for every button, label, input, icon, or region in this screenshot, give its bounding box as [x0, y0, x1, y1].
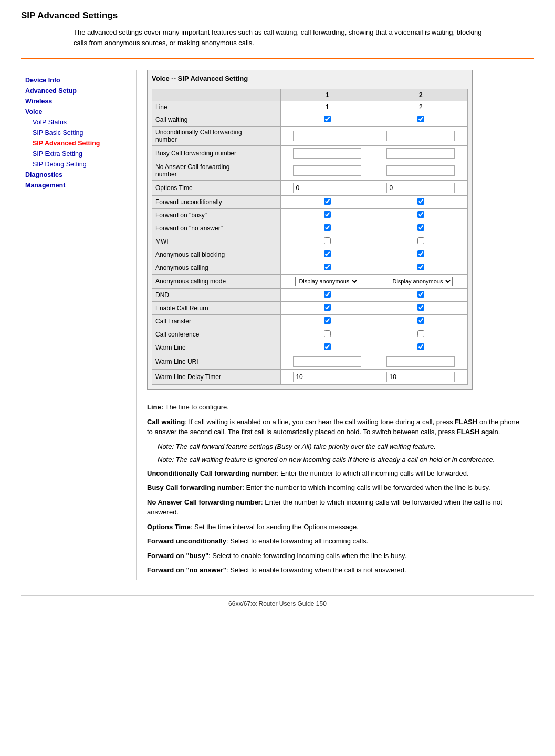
sidebar-item-device-info[interactable]: Device Info	[21, 75, 136, 86]
text-input2-warm-line-delay[interactable]	[386, 372, 455, 382]
select-cell1-anon-calling-mode[interactable]: Display anonymous	[280, 275, 374, 289]
text-input2-busy-forward[interactable]	[386, 148, 455, 159]
row-val1-line: 1	[280, 101, 374, 113]
checkbox-line2-warm-line[interactable]	[417, 343, 424, 350]
checkbox-line1-forward-busy[interactable]	[324, 211, 331, 218]
row-label-anon-calling-mode: Anonymous calling mode	[152, 275, 281, 289]
text-input2-warm-line-uri[interactable]	[386, 356, 455, 367]
checkbox-line1-call-waiting[interactable]	[324, 116, 331, 122]
checkbox-line2-dnd[interactable]	[417, 291, 424, 298]
text-input2-no-answer-forward[interactable]	[386, 165, 455, 176]
select-line2-anon-calling-mode[interactable]: Display anonymous	[389, 277, 453, 286]
checkbox-line2-anon-call-blocking[interactable]	[417, 250, 424, 257]
text-input1-warm-line-delay[interactable]	[293, 372, 361, 382]
checkbox2-call-waiting[interactable]	[374, 113, 467, 127]
text-input1-options-time[interactable]	[293, 183, 361, 193]
text-cell1-warm-line-delay[interactable]	[280, 370, 374, 385]
table-row-call-waiting: Call waiting	[152, 113, 468, 127]
text-cell2-warm-line-delay[interactable]	[374, 370, 467, 385]
text-cell1-options-time[interactable]	[280, 181, 374, 196]
select-line1-anon-calling-mode[interactable]: Display anonymous	[295, 277, 359, 286]
checkbox-line1-anon-calling[interactable]	[324, 264, 331, 270]
settings-panel: Voice -- SIP Advanced Setting 1 2 Line12…	[147, 70, 473, 390]
checkbox2-mwi[interactable]	[374, 235, 467, 248]
checkbox-line2-call-waiting[interactable]	[417, 116, 424, 122]
text-cell2-unconditional-forward[interactable]	[374, 127, 467, 146]
sidebar-item-voip-status[interactable]: VoIP Status	[21, 117, 136, 128]
checkbox-line1-warm-line[interactable]	[324, 343, 331, 350]
checkbox2-enable-call-return[interactable]	[374, 302, 467, 315]
text-cell1-no-answer-forward[interactable]	[280, 161, 374, 181]
checkbox2-dnd[interactable]	[374, 289, 467, 302]
checkbox1-dnd[interactable]	[280, 289, 374, 302]
desc-desc-uncond-forward: Unconditionally Call forwarding number: …	[147, 468, 523, 479]
text-cell2-warm-line-uri[interactable]	[374, 354, 467, 370]
select-cell2-anon-calling-mode[interactable]: Display anonymous	[374, 275, 467, 289]
text-input1-busy-forward[interactable]	[293, 148, 361, 159]
checkbox1-warm-line[interactable]	[280, 341, 374, 354]
checkbox-line2-enable-call-return[interactable]	[417, 304, 424, 311]
text-cell1-busy-forward[interactable]	[280, 146, 374, 161]
checkbox-line1-forward-unconditionally[interactable]	[324, 198, 331, 205]
checkbox1-anon-call-blocking[interactable]	[280, 248, 374, 261]
sidebar-item-advanced-setup[interactable]: Advanced Setup	[21, 86, 136, 96]
sidebar-item-wireless[interactable]: Wireless	[21, 96, 136, 107]
checkbox-line1-dnd[interactable]	[324, 291, 331, 298]
checkbox1-mwi[interactable]	[280, 235, 374, 248]
checkbox1-forward-unconditionally[interactable]	[280, 196, 374, 209]
checkbox2-forward-unconditionally[interactable]	[374, 196, 467, 209]
checkbox-line1-mwi[interactable]	[324, 237, 331, 244]
checkbox2-warm-line[interactable]	[374, 341, 467, 354]
checkbox2-forward-no-answer[interactable]	[374, 222, 467, 235]
checkbox-line1-enable-call-return[interactable]	[324, 304, 331, 311]
checkbox1-call-transfer[interactable]	[280, 315, 374, 328]
checkbox1-forward-no-answer[interactable]	[280, 222, 374, 235]
checkbox2-anon-calling[interactable]	[374, 261, 467, 275]
checkbox-line2-call-transfer[interactable]	[417, 317, 424, 324]
checkbox-line2-mwi[interactable]	[417, 237, 424, 244]
checkbox1-forward-busy[interactable]	[280, 209, 374, 222]
desc-desc-noanswer-forward: No Answer Call forwarding number: Enter …	[147, 497, 523, 518]
checkbox2-forward-busy[interactable]	[374, 209, 467, 222]
checkbox-line1-call-conference[interactable]	[324, 330, 331, 337]
text-cell1-warm-line-uri[interactable]	[280, 354, 374, 370]
sidebar-item-sip-debug-setting[interactable]: SIP Debug Setting	[21, 159, 136, 170]
checkbox2-anon-call-blocking[interactable]	[374, 248, 467, 261]
checkbox1-call-conference[interactable]	[280, 328, 374, 341]
text-input2-options-time[interactable]	[386, 183, 455, 193]
sidebar-item-sip-advanced-setting[interactable]: SIP Advanced Setting	[21, 138, 136, 149]
checkbox-line2-forward-busy[interactable]	[417, 211, 424, 218]
checkbox2-call-conference[interactable]	[374, 328, 467, 341]
sidebar-item-management[interactable]: Management	[21, 180, 136, 191]
text-cell2-no-answer-forward[interactable]	[374, 161, 467, 181]
checkbox-line2-forward-no-answer[interactable]	[417, 224, 424, 231]
checkbox-line2-forward-unconditionally[interactable]	[417, 198, 424, 205]
text-cell2-busy-forward[interactable]	[374, 146, 467, 161]
table-row-unconditional-forward: Unconditionally Call forwarding number	[152, 127, 468, 146]
sidebar-item-sip-basic-setting[interactable]: SIP Basic Setting	[21, 128, 136, 138]
checkbox-line2-call-conference[interactable]	[417, 330, 424, 337]
text-cell2-options-time[interactable]	[374, 181, 467, 196]
checkbox2-call-transfer[interactable]	[374, 315, 467, 328]
row-label-call-conference: Call conference	[152, 328, 281, 341]
checkbox-line1-forward-no-answer[interactable]	[324, 224, 331, 231]
checkbox-line1-anon-call-blocking[interactable]	[324, 250, 331, 257]
table-row-warm-line-uri: Warm Line URI	[152, 354, 468, 370]
checkbox-line1-call-transfer[interactable]	[324, 317, 331, 324]
sidebar-item-voice[interactable]: Voice	[21, 107, 136, 117]
sidebar-item-sip-extra-setting[interactable]: SIP Extra Setting	[21, 149, 136, 159]
row-label-anon-call-blocking: Anonymous call blocking	[152, 248, 281, 261]
checkbox1-call-waiting[interactable]	[280, 113, 374, 127]
text-input2-unconditional-forward[interactable]	[386, 131, 455, 141]
checkbox-line2-anon-calling[interactable]	[417, 264, 424, 270]
table-row-line: Line12	[152, 101, 468, 113]
text-input1-warm-line-uri[interactable]	[293, 356, 361, 367]
descriptions-section: Line: The line to configure.Call waiting…	[147, 402, 523, 575]
sidebar-item-diagnostics[interactable]: Diagnostics	[21, 170, 136, 180]
bold-flash-1: FLASH	[457, 428, 479, 436]
checkbox1-enable-call-return[interactable]	[280, 302, 374, 315]
text-input1-unconditional-forward[interactable]	[293, 131, 361, 141]
text-input1-no-answer-forward[interactable]	[293, 165, 361, 176]
checkbox1-anon-calling[interactable]	[280, 261, 374, 275]
text-cell1-unconditional-forward[interactable]	[280, 127, 374, 146]
